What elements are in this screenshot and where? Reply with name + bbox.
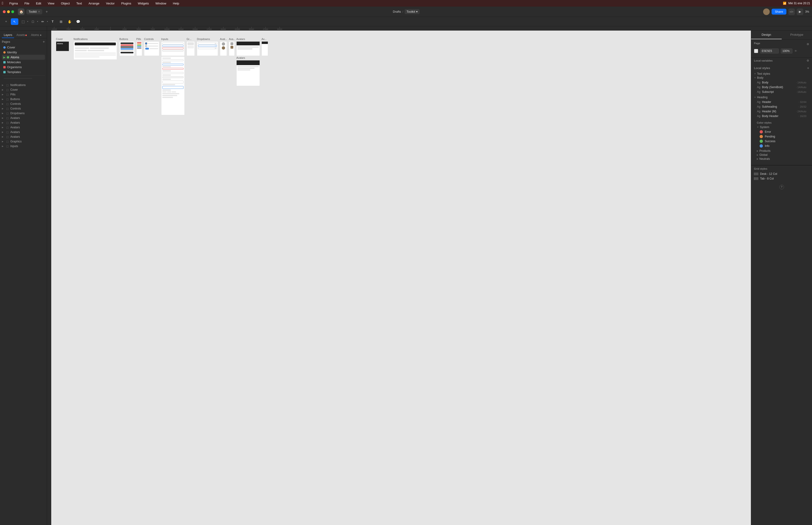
style-body-semibold[interactable]: Ag Body (SemiBold) · 14/Auto — [754, 85, 809, 90]
style-body[interactable]: Ag Body · 14/Auto — [754, 80, 809, 85]
page-item-organisms[interactable]: Organisms — [2, 65, 45, 70]
frame-tool[interactable]: ⬚ — [19, 18, 27, 25]
move-tool[interactable]: ⌖ — [2, 18, 10, 25]
page-color-input[interactable] — [760, 48, 779, 54]
add-page-button[interactable]: + — [43, 40, 45, 44]
layer-controls-2[interactable]: ▶ ⬚ Controls — [0, 106, 47, 111]
menu-edit[interactable]: Edit — [34, 1, 43, 6]
add-tab-button[interactable]: + — [44, 9, 49, 14]
style-body-header[interactable]: Ag Body Header · 16/20 — [754, 114, 809, 118]
grid-desk-12[interactable]: Desk - 12 Col — [754, 171, 809, 176]
minimize-button[interactable] — [7, 10, 10, 13]
text-tool[interactable]: T — [49, 18, 56, 25]
color-error[interactable]: Error — [757, 130, 806, 134]
comment-tool[interactable]: 💬 — [74, 18, 82, 25]
tab-prototype[interactable]: Prototype — [782, 31, 812, 39]
frame-tool-dropdown[interactable]: ▾ — [27, 20, 28, 22]
page-item-cover[interactable]: Cover — [2, 45, 45, 50]
close-button[interactable] — [3, 10, 6, 13]
file-tab-close[interactable]: ✕ — [38, 10, 40, 13]
page-color-swatch[interactable] — [754, 49, 758, 53]
visibility-icon[interactable]: 👁 — [794, 49, 797, 52]
color-info[interactable]: Info — [757, 144, 806, 148]
add-style-button[interactable]: + — [807, 66, 809, 70]
page-item-atoms[interactable]: ▶ Atoms — [2, 55, 45, 60]
menu-text[interactable]: Text — [75, 1, 83, 6]
local-variables-icon[interactable]: ⚙ — [807, 59, 809, 62]
page-item-identity[interactable]: Identity — [2, 50, 45, 55]
text-styles-header[interactable]: ▼ Text styles — [754, 72, 809, 75]
color-system-header[interactable]: ▼ System — [757, 125, 806, 129]
apple-menu[interactable]:  — [2, 1, 3, 5]
menu-figma[interactable]: Figma — [8, 1, 19, 6]
canvas-area[interactable]: -50000 -40000 -2500 0 2500 5000 7500 100… — [47, 31, 751, 525]
menu-object[interactable]: Object — [59, 1, 71, 6]
frame-inputs-large-thumb[interactable] — [161, 56, 185, 115]
grid-tab-8[interactable]: Tab - 8 Col — [754, 176, 809, 181]
layer-cover[interactable]: ▶ ⬚ Cover — [0, 87, 47, 92]
pen-tool[interactable]: ✏ — [39, 18, 47, 25]
home-button[interactable]: 🏠 — [18, 9, 25, 15]
layer-avatars-3[interactable]: ▶ ⬚ Avatars — [0, 125, 47, 130]
layer-controls-1[interactable]: ▶ ⬚ Controls — [0, 102, 47, 106]
canvas-background[interactable]: Cover Atoms Notifications — [51, 31, 751, 525]
file-tab[interactable]: Toolkit ✕ — [26, 9, 42, 14]
frame-av-thumb[interactable] — [261, 41, 268, 56]
page-settings-icon[interactable]: ⚙ — [807, 43, 809, 46]
frame-inputs-thumb[interactable] — [161, 41, 185, 56]
frame-avatars-thumb[interactable] — [236, 41, 260, 56]
frame-controls-thumb[interactable] — [144, 41, 159, 56]
style-header-m[interactable]: Ag Header (M) · 24/Auto — [754, 109, 809, 114]
share-button[interactable]: Share — [771, 9, 786, 15]
style-header[interactable]: Ag Header · 32/44 — [754, 100, 809, 104]
color-global-header[interactable]: ▶ Global — [757, 153, 806, 156]
menu-widgets[interactable]: Widgets — [136, 1, 150, 6]
layer-avatars-5[interactable]: ▶ ⬚ Avatars — [0, 134, 47, 139]
breadcrumb-drafts[interactable]: Drafts — [393, 10, 401, 13]
frame-gr-thumb[interactable] — [186, 41, 195, 56]
tab-assets[interactable]: Assets — [15, 32, 29, 38]
layer-avatars-2[interactable]: ▶ ⬚ Avatars — [0, 120, 47, 125]
code-view-button[interactable]: </> — [788, 9, 795, 15]
layer-avatars-4[interactable]: ▶ ⬚ Avatars — [0, 130, 47, 134]
shape-tool-dropdown[interactable]: ▾ — [37, 20, 38, 22]
present-button[interactable]: ▶ — [797, 9, 803, 15]
layer-inputs[interactable]: ▶ ⬚ Inputs — [0, 144, 47, 149]
menu-view[interactable]: View — [46, 1, 56, 6]
color-success[interactable]: Success — [757, 139, 806, 144]
zoom-level[interactable]: 3% — [805, 10, 809, 13]
tab-design[interactable]: Design — [751, 31, 782, 39]
menu-arrange[interactable]: Arrange — [87, 1, 101, 6]
body-style-header[interactable]: ▼ Body — [754, 76, 809, 79]
layer-pills[interactable]: ▶ ⬚ Pills — [0, 92, 47, 97]
color-neutrals-header[interactable]: ▶ Neutrals — [757, 157, 806, 161]
menu-window[interactable]: Window — [154, 1, 168, 6]
frame-notifications-thumb[interactable] — [74, 41, 117, 60]
frame-ava-thumb[interactable] — [229, 41, 235, 56]
color-pending[interactable]: Pending — [757, 134, 806, 139]
layer-avatars-1[interactable]: ▶ ⬚ Avatars — [0, 116, 47, 120]
tab-layers[interactable]: Layers — [2, 32, 14, 38]
hand-tool[interactable]: ✋ — [66, 18, 73, 25]
frame-cover-thumb[interactable]: Atoms — [56, 41, 69, 51]
tab-atoms[interactable]: Atoms ● — [29, 32, 44, 38]
style-subheading[interactable]: Ag Subheading · 20/32 — [754, 104, 809, 109]
pencil-tool-dropdown[interactable]: ▾ — [47, 20, 48, 22]
user-avatar[interactable] — [763, 9, 770, 15]
frame-avatars2-thumb[interactable] — [236, 60, 260, 86]
page-item-molecules[interactable]: Molecules — [2, 60, 45, 65]
style-subscript[interactable]: Ag Subscript · 16/Auto — [754, 90, 809, 94]
menu-file[interactable]: File — [23, 1, 31, 6]
canvas-viewport[interactable]: Cover Atoms Notifications — [51, 31, 751, 525]
help-button[interactable]: ? — [779, 185, 784, 190]
layer-graphics[interactable]: ▶ ⬚ Graphics — [0, 139, 47, 144]
color-products-header[interactable]: ▶ Products — [757, 149, 806, 152]
heading-style-header[interactable]: ▼ Heading — [754, 96, 809, 99]
page-item-templates[interactable]: Templates — [2, 70, 45, 75]
page-opacity-input[interactable] — [781, 48, 793, 54]
select-tool[interactable]: ↖ — [11, 18, 18, 25]
rectangle-tool[interactable]: □ — [29, 18, 37, 25]
menu-plugins[interactable]: Plugins — [120, 1, 133, 6]
layer-dropdowns[interactable]: ▶ ⬚ Dropdowns — [0, 111, 47, 116]
layer-buttons[interactable]: ▶ ⬚ Buttons — [0, 97, 47, 102]
